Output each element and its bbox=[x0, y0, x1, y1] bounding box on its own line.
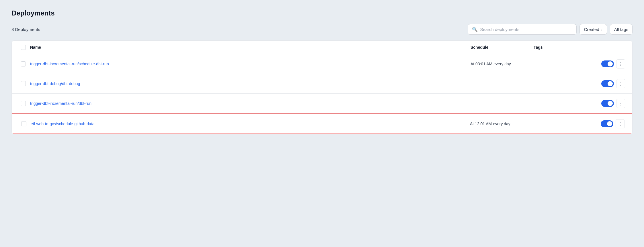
schedule-cell: At 03:01 AM every day bbox=[471, 62, 534, 66]
search-container: 🔍 bbox=[468, 24, 577, 35]
deployment-name-cell: trigger-dbt-incremental-run/dbt-run bbox=[30, 101, 471, 106]
deployment-name-cell: trigger-dbt-incremental-run/schedule-dbt… bbox=[30, 61, 471, 66]
table-row: trigger-dbt-debug/dbt-debug ⋮ bbox=[12, 74, 632, 94]
deployment-name-link[interactable]: trigger-dbt-incremental-run/dbt-run bbox=[30, 101, 91, 106]
toolbar: 8 Deployments 🔍 Created ↕ All tags bbox=[11, 24, 633, 35]
row-checkbox-cell bbox=[16, 61, 30, 66]
deployments-table: Name Schedule Tags trigger-dbt-increment… bbox=[11, 40, 633, 134]
select-all-checkbox[interactable] bbox=[21, 45, 26, 50]
row-checkbox-cell bbox=[16, 101, 30, 106]
table-row: trigger-dbt-incremental-run/dbt-run ⋮ bbox=[12, 94, 632, 113]
column-header-name: Name bbox=[30, 45, 471, 50]
more-button[interactable]: ⋮ bbox=[616, 99, 625, 108]
toggle-switch[interactable] bbox=[601, 80, 614, 87]
actions-cell: ⋮ bbox=[614, 99, 628, 108]
row-checkbox[interactable] bbox=[21, 81, 26, 86]
row-checkbox[interactable] bbox=[21, 121, 26, 126]
deployment-count: 8 Deployments bbox=[11, 27, 40, 32]
toggle-switch[interactable] bbox=[601, 60, 614, 67]
row-checkbox[interactable] bbox=[21, 61, 26, 66]
search-input[interactable] bbox=[480, 27, 572, 32]
header-checkbox-cell bbox=[16, 45, 30, 50]
sort-button[interactable]: Created ↕ bbox=[579, 24, 607, 35]
deployment-name-cell: trigger-dbt-debug/dbt-debug bbox=[30, 81, 471, 86]
schedule-cell: At 12:01 AM every day bbox=[470, 121, 533, 126]
sort-label: Created bbox=[584, 27, 599, 32]
toolbar-right: 🔍 Created ↕ All tags bbox=[468, 24, 633, 35]
toggle-cell bbox=[591, 80, 614, 87]
toggle-cell bbox=[591, 60, 614, 67]
more-button[interactable]: ⋮ bbox=[616, 79, 625, 88]
more-button[interactable]: ⋮ bbox=[616, 59, 625, 68]
table-row: trigger-dbt-incremental-run/schedule-dbt… bbox=[12, 54, 632, 74]
toggle-switch[interactable] bbox=[601, 120, 613, 127]
search-icon: 🔍 bbox=[472, 27, 478, 32]
table-row: etl-web-to-gcs/schedule-github-data At 1… bbox=[12, 113, 632, 134]
row-checkbox-cell bbox=[16, 81, 30, 86]
deployment-name-link[interactable]: etl-web-to-gcs/schedule-github-data bbox=[31, 121, 95, 126]
column-header-schedule: Schedule bbox=[471, 45, 534, 50]
deployment-name-cell: etl-web-to-gcs/schedule-github-data bbox=[31, 121, 470, 126]
deployment-name-link[interactable]: trigger-dbt-incremental-run/schedule-dbt… bbox=[30, 62, 109, 66]
actions-cell: ⋮ bbox=[614, 59, 628, 68]
more-button[interactable]: ⋮ bbox=[616, 119, 625, 128]
toggle-cell bbox=[591, 100, 614, 107]
chevron-updown-icon: ↕ bbox=[601, 28, 603, 32]
toggle-cell bbox=[590, 120, 613, 127]
tags-button[interactable]: All tags bbox=[610, 24, 633, 35]
row-checkbox-cell bbox=[17, 121, 31, 126]
table-header: Name Schedule Tags bbox=[12, 41, 632, 54]
page-title: Deployments bbox=[11, 9, 633, 17]
actions-cell: ⋮ bbox=[613, 119, 627, 128]
actions-cell: ⋮ bbox=[614, 79, 628, 88]
deployment-name-link[interactable]: trigger-dbt-debug/dbt-debug bbox=[30, 81, 80, 86]
row-checkbox[interactable] bbox=[21, 101, 26, 106]
toggle-switch[interactable] bbox=[601, 100, 614, 107]
column-header-tags: Tags bbox=[534, 45, 591, 50]
tags-label: All tags bbox=[614, 27, 628, 32]
